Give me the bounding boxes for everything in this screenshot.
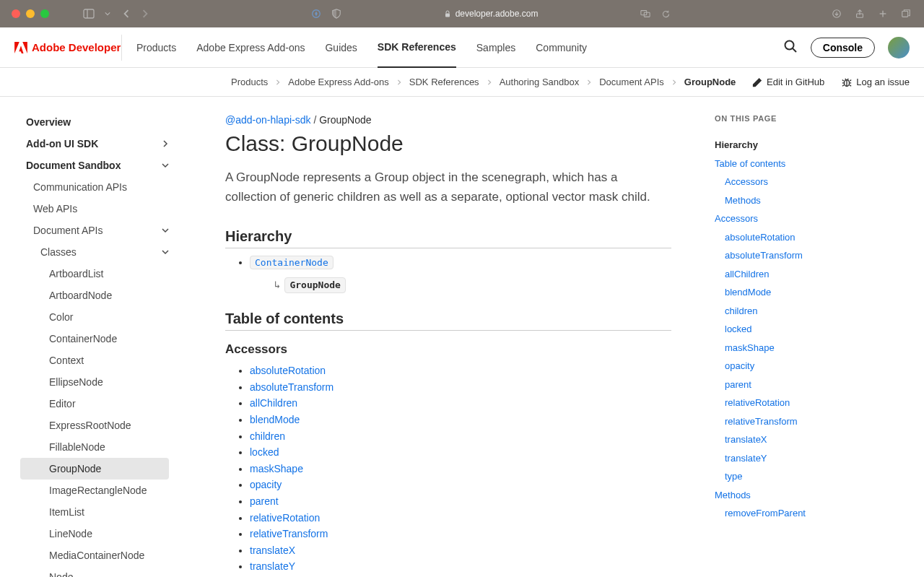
toc-link-accessors[interactable]: Accessors [715,173,859,191]
accessor-link-blendmode[interactable]: blendMode [250,414,300,425]
sidebar-class-fillablenode[interactable]: FillableNode [9,436,180,458]
sidebar-class-color[interactable]: Color [9,306,180,328]
accessor-link-relativerotation[interactable]: relativeRotation [250,512,320,524]
maximize-window[interactable] [40,9,49,18]
page-lead: A GroupNode represents a Group object in… [225,168,671,207]
toc-link-translatey[interactable]: translateY [715,449,859,468]
topnav-item-adobe-express-add-ons[interactable]: Adobe Express Add-ons [196,27,305,67]
share-icon[interactable] [853,7,866,20]
sidebar-class-artboardlist[interactable]: ArtboardList [9,263,180,285]
accessor-link-absolutetransform[interactable]: absoluteTransform [250,381,334,393]
toc-link-children[interactable]: children [715,302,859,321]
download-icon[interactable] [830,7,843,20]
toc-link-absolutetransform[interactable]: absoluteTransform [715,246,859,265]
toc-link-maskshape[interactable]: maskShape [715,339,859,357]
accessor-link-opacity[interactable]: opacity [250,479,282,490]
tabs-icon[interactable] [899,7,912,20]
accessor-item: translateX [250,544,671,558]
breadcrumb-sdk-references[interactable]: SDK References [409,77,479,87]
back-icon[interactable] [120,7,133,20]
accessor-link-parent[interactable]: parent [250,495,279,507]
toc-link-methods[interactable]: Methods [715,486,859,505]
url-bar[interactable]: developer.adobe.com [444,9,539,19]
breadcrumb-adobe-express-add-ons[interactable]: Adobe Express Add-ons [288,77,388,87]
toc-link-translatex[interactable]: translateX [715,430,859,449]
toc-link-table-of-contents[interactable]: Table of contents [715,155,859,173]
hierarchy-parent: ContainerNode ↳ GroupNode [250,256,671,293]
breadcrumb-products[interactable]: Products [231,77,268,87]
topnav-item-guides[interactable]: Guides [325,27,357,67]
accessor-link-absoluterotation[interactable]: absoluteRotation [250,365,326,376]
sidebar-comm-apis[interactable]: Communication APIs [9,176,180,198]
topnav-item-products[interactable]: Products [136,27,176,67]
breadcrumb-document-apis[interactable]: Document APIs [599,77,664,87]
sidebar-addon-sdk[interactable]: Add-on UI SDK [9,133,180,155]
accessor-link-relativetransform[interactable]: relativeTransform [250,528,328,539]
topnav-item-sdk-references[interactable]: SDK References [378,28,456,68]
sidebar-class-expressrootnode[interactable]: ExpressRootNode [9,415,180,436]
toc-link-type[interactable]: type [715,467,859,486]
edit-github-link[interactable]: Edit in GitHub [752,77,824,87]
sidebar-doc-apis[interactable]: Document APIs [9,220,180,241]
toc-link-allchildren[interactable]: allChildren [715,265,859,284]
search-button[interactable] [783,39,798,56]
toc-link-absoluterotation[interactable]: absoluteRotation [715,228,859,247]
extension-icon[interactable] [310,7,323,20]
sidebar-overview[interactable]: Overview [9,111,180,133]
log-issue-link[interactable]: Log an issue [842,77,910,87]
toc-link-locked[interactable]: locked [715,320,859,339]
sidebar-web-apis[interactable]: Web APIs [9,198,180,220]
sidebar-class-node[interactable]: Node [9,566,180,577]
toc-link-parent[interactable]: parent [715,376,859,394]
sidebar-class-artboardnode[interactable]: ArtboardNode [9,285,180,306]
sidebar-class-editor[interactable]: Editor [9,393,180,415]
console-button[interactable]: Console [811,38,875,58]
pencil-icon [752,77,762,87]
container-node-link[interactable]: ContainerNode [250,256,334,268]
accessor-item: relativeRotation [250,511,671,526]
chevron-down-icon[interactable] [101,7,114,20]
main-content: @add-on-hlapi-sdk / GroupNode Class: Gro… [180,97,700,577]
sidebar-class-imagerectanglenode[interactable]: ImageRectangleNode [9,480,180,501]
sidebar-classes[interactable]: Classes [9,241,180,263]
toc-link-blendmode[interactable]: blendMode [715,283,859,302]
sidebar-toggle-icon[interactable] [82,7,95,20]
avatar[interactable] [888,37,910,58]
accessor-link-children[interactable]: children [250,430,285,442]
sidebar-class-mediacontainernode[interactable]: MediaContainerNode [9,545,180,566]
accessor-link-translatex[interactable]: translateX [250,545,295,556]
accessor-link-translatey[interactable]: translateY [250,560,295,572]
sidebar-class-context[interactable]: Context [9,350,180,371]
toc-link-removefromparent[interactable]: removeFromParent [715,504,859,523]
forward-icon[interactable] [139,7,152,20]
toc-link-opacity[interactable]: opacity [715,357,859,376]
package-link[interactable]: @add-on-hlapi-sdk [225,114,311,126]
sidebar-class-ellipsenode[interactable]: EllipseNode [9,371,180,393]
accessor-link-maskshape[interactable]: maskShape [250,463,303,474]
toc-link-relativetransform[interactable]: relativeTransform [715,412,859,431]
accessor-link-allchildren[interactable]: allChildren [250,397,297,409]
reload-icon[interactable] [659,7,672,20]
secondary-bining-bar: ProductsAdobe Express Add-onsSDK Referen… [0,68,924,97]
sidebar-doc-sandbox[interactable]: Document Sandbox [9,155,180,176]
translate-icon[interactable] [639,7,652,20]
new-tab-icon[interactable] [876,7,889,20]
toc-link-methods[interactable]: Methods [715,191,859,210]
toc-link-hierarchy[interactable]: Hierarchy [715,136,859,155]
accessor-link-locked[interactable]: locked [250,446,279,458]
logo[interactable]: Adobe Developer [14,41,121,53]
topnav-item-community[interactable]: Community [536,27,587,67]
sidebar-class-linenode[interactable]: LineNode [9,523,180,545]
minimize-window[interactable] [26,9,35,18]
sidebar-class-groupnode[interactable]: GroupNode [20,458,169,480]
close-window[interactable] [12,9,20,18]
sidebar-class-itemlist[interactable]: ItemList [9,501,180,523]
svg-line-19 [842,84,845,86]
accessors-list: absoluteRotationabsoluteTransformallChil… [225,364,671,577]
breadcrumb-authoring-sandbox[interactable]: Authoring Sandbox [500,77,580,87]
topnav-item-samples[interactable]: Samples [476,27,515,67]
toc-link-accessors[interactable]: Accessors [715,209,859,228]
sidebar-class-containernode[interactable]: ContainerNode [9,328,180,350]
toc-link-relativerotation[interactable]: relativeRotation [715,394,859,412]
shield-icon[interactable] [330,7,343,20]
